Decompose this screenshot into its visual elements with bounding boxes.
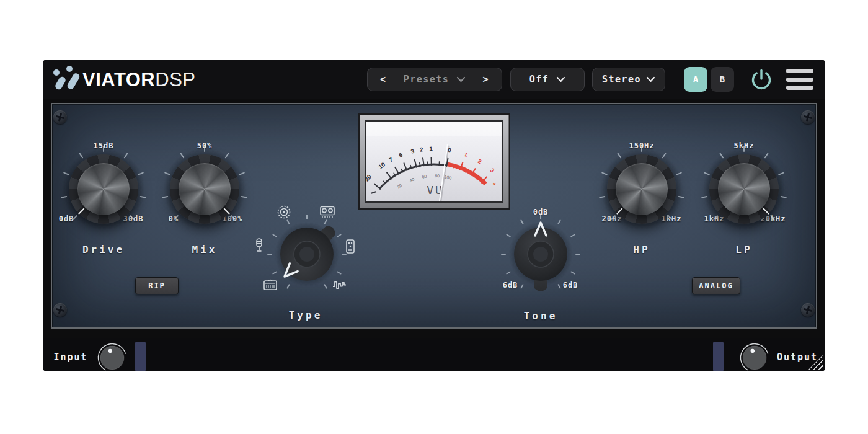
drive-label: Drive bbox=[82, 244, 125, 255]
chevron-down-icon bbox=[456, 76, 466, 82]
brand-bold: VIATOR bbox=[82, 69, 155, 91]
svg-text:60: 60 bbox=[422, 174, 427, 179]
chevron-down-icon bbox=[646, 76, 655, 82]
rip-button[interactable]: RIP bbox=[135, 277, 179, 294]
microphone-icon bbox=[251, 237, 267, 256]
vu-meter: 20 10 7 5 3 2 1 0 1 2 3 bbox=[358, 113, 510, 210]
viator-logo-icon bbox=[51, 65, 79, 94]
bottom-bar: Input Output bbox=[43, 338, 825, 371]
off-dropdown[interactable]: Off bbox=[510, 68, 585, 91]
screw-icon bbox=[801, 110, 815, 124]
top-bar: VIATORDSP < Presets > Off Stereo A B bbox=[43, 60, 825, 99]
stereo-dropdown-value: Stereo bbox=[602, 74, 641, 85]
hp-label: HP bbox=[633, 244, 650, 255]
output-gain-knob[interactable] bbox=[739, 342, 770, 371]
lp-label: LP bbox=[735, 244, 752, 255]
plugin-window: VIATORDSP < Presets > Off Stereo A B bbox=[43, 60, 825, 371]
ab-compare-b-button[interactable]: B bbox=[711, 67, 734, 92]
input-gain-knob[interactable] bbox=[97, 342, 128, 371]
stereo-dropdown[interactable]: Stereo bbox=[592, 68, 665, 91]
power-icon bbox=[749, 67, 774, 92]
hp-knob[interactable] bbox=[600, 148, 683, 231]
screw-icon bbox=[801, 303, 815, 317]
presets-label: Presets bbox=[404, 74, 450, 85]
main-area: 15dB 0dB 30dB Drive 50% 0% 100% bbox=[43, 99, 825, 338]
chevron-down-icon bbox=[556, 76, 565, 82]
analog-button[interactable]: ANALOG bbox=[692, 277, 740, 294]
mix-label: Mix bbox=[192, 244, 218, 255]
input-label: Input bbox=[53, 352, 87, 363]
mix-knob[interactable] bbox=[163, 148, 246, 231]
lp-knob[interactable] bbox=[702, 148, 786, 231]
presets-control: < Presets > bbox=[367, 68, 502, 91]
svg-text:80: 80 bbox=[435, 174, 440, 178]
ab-compare-a-button[interactable]: A bbox=[684, 67, 707, 92]
input-level-meter bbox=[135, 342, 146, 371]
screw-icon bbox=[53, 110, 67, 124]
preset-next-button[interactable]: > bbox=[480, 74, 492, 85]
preset-prev-button[interactable]: < bbox=[378, 74, 389, 85]
tone-label: Tone bbox=[524, 310, 558, 322]
brand-light: DSP bbox=[155, 69, 195, 91]
type-selector-knob[interactable] bbox=[267, 214, 347, 294]
off-dropdown-value: Off bbox=[529, 74, 549, 85]
screw-icon bbox=[53, 303, 67, 317]
faceplate-panel: 15dB 0dB 30dB Drive 50% 0% 100% bbox=[51, 103, 817, 329]
presets-dropdown[interactable]: Presets bbox=[404, 74, 466, 85]
output-level-meter bbox=[713, 342, 724, 371]
tone-knob[interactable] bbox=[500, 214, 581, 294]
brand-title: VIATORDSP bbox=[82, 60, 196, 99]
drive-knob[interactable] bbox=[62, 148, 145, 231]
power-button[interactable] bbox=[749, 67, 774, 92]
menu-icon bbox=[786, 69, 813, 73]
type-label: Type bbox=[289, 309, 323, 321]
menu-button[interactable] bbox=[786, 69, 813, 90]
output-label: Output bbox=[777, 352, 818, 363]
